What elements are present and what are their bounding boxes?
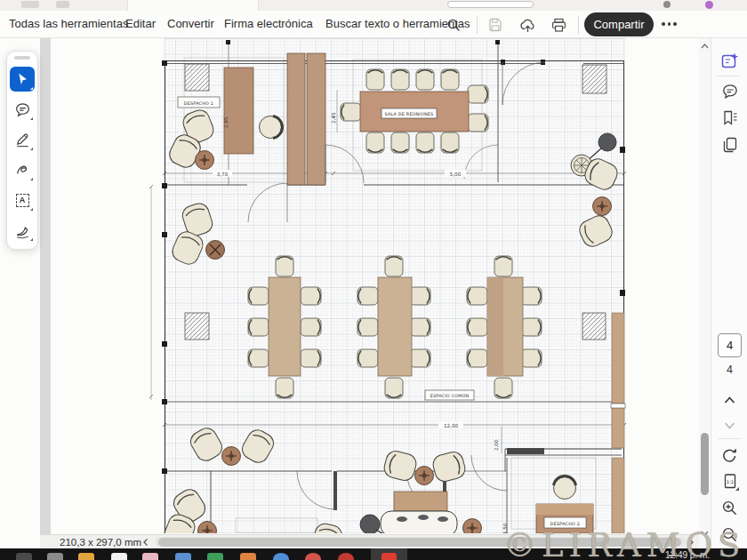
right-wall-strips [611, 313, 625, 533]
taskbar-icon-excel[interactable] [207, 553, 223, 560]
canvas-gutter [40, 38, 51, 534]
print-icon[interactable] [548, 14, 569, 36]
taskbar-icon-red-app[interactable] [305, 553, 321, 560]
rotate-page-button[interactable] [719, 445, 740, 466]
zoom-in-icon [721, 500, 738, 516]
upload-cloud-icon[interactable] [517, 14, 538, 36]
comments-icon [721, 83, 739, 100]
label-despacho1: DESPACHO 1 [184, 101, 213, 106]
taskbar-icon-powerpoint[interactable] [240, 553, 256, 560]
chevron-down-icon [722, 418, 737, 433]
sign-tool[interactable] [10, 218, 35, 243]
label-espacio: ESPACIO COMÚN [430, 393, 470, 398]
more-options-icon[interactable] [662, 22, 677, 26]
search-icon[interactable] [443, 14, 464, 36]
ai-assistant-icon [720, 52, 740, 71]
pencil-icon [14, 132, 31, 148]
scroll-up-icon[interactable] [700, 42, 710, 51]
fit-page-button[interactable]: 1:1 [719, 471, 740, 492]
page-number-input[interactable]: 4 [718, 333, 742, 357]
taskbar-icon-red-app-2[interactable] [338, 553, 354, 560]
extension-icon-purple[interactable] [705, 1, 713, 9]
label-sala: SALA DE REUNIONES [385, 112, 434, 116]
quick-tools-panel: A [6, 51, 38, 250]
comment-bubble-icon [14, 101, 31, 118]
floorplan: SALA DE REUNIONES [51, 38, 699, 533]
text-select-tool[interactable]: A [10, 188, 35, 212]
taskbar-icon-pink-app[interactable] [142, 553, 158, 560]
vertical-scrollbar[interactable] [699, 38, 711, 548]
bookmarks-panel-button[interactable] [719, 108, 740, 128]
cursor-arrow-icon [14, 71, 30, 87]
taskbar-icon-explorer[interactable] [78, 553, 94, 560]
comment-tool[interactable] [10, 97, 35, 122]
comments-panel-button[interactable] [719, 81, 740, 101]
chrome-fragment [21, 1, 39, 8]
svg-text:5,00: 5,00 [450, 172, 462, 177]
pdf-page[interactable]: SALA DE REUNIONES [51, 38, 699, 534]
menu-todas-las-herramientas[interactable]: Todas las herramientas [9, 17, 128, 30]
taskbar-icon-start[interactable] [16, 553, 32, 560]
next-page-button[interactable] [719, 415, 740, 436]
bookmark-icon [721, 109, 739, 127]
squiggle-icon [14, 162, 31, 179]
page-total: 4 [711, 364, 747, 376]
svg-text:2,45: 2,45 [331, 112, 336, 124]
select-tool[interactable] [10, 67, 35, 92]
acrobat-window: { "menubar": { "items": ["Todas las herr… [0, 0, 747, 560]
address-bar-fragment[interactable] [447, 1, 534, 8]
page-number-value: 4 [727, 339, 733, 352]
desk1 [224, 68, 253, 154]
acrobat-menubar: Todas las herramientas Editar Convertir … [0, 11, 747, 38]
text-select-icon: A [16, 194, 29, 207]
browser-chrome-sliver [0, 0, 747, 11]
zoom-in-button[interactable] [719, 498, 740, 518]
sofa [381, 511, 457, 533]
sidebar-separator [718, 76, 741, 76]
svg-text:2,00: 2,00 [494, 439, 499, 451]
right-sidebar: 4 4 1:1 [711, 38, 747, 548]
share-button[interactable]: Compartir [584, 12, 654, 36]
sidebar-separator [718, 438, 741, 439]
vertical-scrollbar-thumb[interactable] [701, 433, 709, 495]
previous-page-button[interactable] [719, 390, 740, 411]
ai-assistant-button[interactable] [719, 51, 740, 71]
menu-firma-electronica[interactable]: Firma electrónica [224, 17, 313, 30]
browser-tab-fragment[interactable] [127, 0, 259, 11]
rotate-icon [721, 447, 738, 464]
divider [578, 15, 579, 34]
label-despacho2: DESPACHO 2 [550, 522, 580, 526]
watermark-text: ©LIRAMOS [503, 526, 745, 560]
divider [477, 15, 478, 34]
taskbar-icon-document[interactable] [111, 553, 127, 560]
scroll-left-icon[interactable] [141, 538, 150, 547]
taskbar-icon-edge[interactable] [273, 553, 289, 560]
panel-drag-handle[interactable] [14, 56, 30, 60]
menu-editar[interactable]: Editar [125, 17, 156, 30]
chrome-fragment [56, 1, 69, 8]
save-icon[interactable] [485, 14, 506, 36]
fountain-pen-icon [14, 222, 31, 239]
svg-text:2,95: 2,95 [223, 116, 229, 128]
page-size-label: 210,3 x 297,0 mm [60, 537, 141, 548]
svg-text:1:1: 1:1 [727, 479, 734, 484]
pages-panel-button[interactable] [719, 134, 740, 155]
svg-text:3,70: 3,70 [217, 172, 229, 177]
extension-icon[interactable] [663, 1, 671, 8]
edit-pencil-tool[interactable] [10, 127, 35, 152]
chevron-up-icon [722, 393, 737, 408]
pages-icon [721, 136, 739, 154]
taskbar-icon-blue-app[interactable] [175, 553, 191, 560]
taskbar-icon-window[interactable] [47, 553, 63, 560]
taskbar-icon-acrobat-active[interactable] [382, 553, 397, 560]
fit-page-icon: 1:1 [721, 473, 738, 490]
menu-convertir[interactable]: Convertir [167, 17, 214, 30]
svg-text:12,00: 12,00 [444, 423, 458, 428]
draw-tool[interactable] [10, 157, 35, 182]
